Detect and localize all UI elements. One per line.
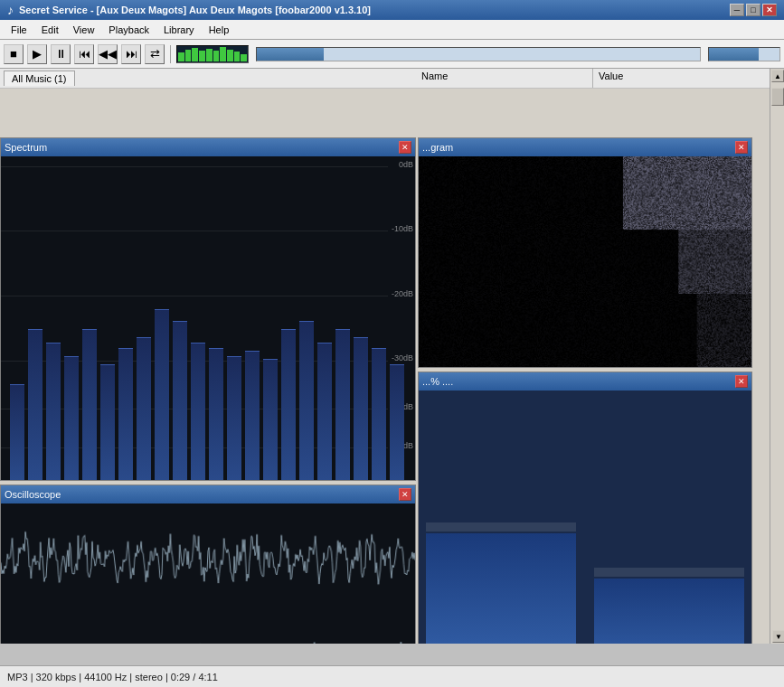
spectrum-bar-18 <box>335 329 350 480</box>
eq-bar-2 <box>185 50 192 61</box>
vu-right-channel <box>594 398 744 644</box>
menu-view[interactable]: View <box>66 23 102 37</box>
spectrum-bar-7 <box>137 337 151 480</box>
window-title: Secret Service - [Aux Deux Magots] Aux D… <box>19 5 371 15</box>
menu-library[interactable]: Library <box>156 23 202 37</box>
close-button[interactable]: ✕ <box>762 4 777 16</box>
spectrum-bar-15 <box>281 329 296 480</box>
spectrogram-title: ...gram <box>422 142 453 153</box>
eq-bar-10 <box>241 54 247 61</box>
spectrum-close-button[interactable]: ✕ <box>399 141 411 154</box>
play-button[interactable]: ▶ <box>27 44 47 64</box>
spectrogram-close-button[interactable]: ✕ <box>735 141 748 154</box>
vu-meter-close-button[interactable]: ✕ <box>735 375 748 388</box>
vu-left-bar <box>426 533 576 644</box>
pause-button[interactable]: ⏸ <box>51 44 71 64</box>
spectrum-bar-4 <box>82 329 97 480</box>
prev-prev-button[interactable]: ◀◀ <box>98 44 118 64</box>
playlist-tab[interactable]: All Music (1) <box>4 71 75 86</box>
vu-meter-body: -50dB -40dB -30dB -20dB -10dB 0dB <box>419 391 751 644</box>
vu-bars-area <box>419 391 751 644</box>
spectrum-bar-6 <box>118 348 133 480</box>
eq-bar-4 <box>199 51 205 61</box>
app-icon: ♪ <box>7 3 14 17</box>
minimize-button[interactable]: ─ <box>730 4 744 16</box>
spectrum-body: 0dB -10dB -20dB -30dB -40dB -50dB <box>1 156 415 480</box>
eq-bar-5 <box>206 49 213 61</box>
spectrum-bar-16 <box>299 321 314 480</box>
eq-bar-6 <box>213 51 220 61</box>
spectrum-bar-5 <box>100 364 115 480</box>
oscilloscope-titlebar[interactable]: Oscilloscope ✕ <box>1 485 415 503</box>
spectrum-bar-11 <box>209 348 223 480</box>
eq-bar-9 <box>234 52 241 61</box>
spectrum-bar-2 <box>46 343 61 480</box>
vu-right-bar <box>594 579 744 644</box>
status-bar: MP3 | 320 kbps | 44100 Hz | stereo | 0:2… <box>0 665 784 687</box>
menu-playback[interactable]: Playback <box>101 23 156 37</box>
props-col-headers: Name Value <box>416 69 770 89</box>
right-scrollbar[interactable]: ▲ ▼ <box>770 69 784 644</box>
toolbar: ■ ▶ ⏸ ⏮ ◀◀ ⏭ ⇄ <box>0 40 784 69</box>
oscilloscope-close-button[interactable]: ✕ <box>399 488 411 501</box>
menu-bar: File Edit View Playback Library Help <box>0 20 784 40</box>
equalizer-display <box>176 45 249 63</box>
label-0db: 0dB <box>399 160 413 169</box>
stop-button[interactable]: ■ <box>4 44 24 64</box>
label-10db: -10dB <box>392 224 413 233</box>
spectrum-bar-10 <box>191 343 205 480</box>
spectrum-bar-9 <box>173 321 187 480</box>
spectrum-bar-0 <box>10 384 24 481</box>
spectrum-bar-13 <box>245 351 260 480</box>
spectrogram-titlebar[interactable]: ...gram ✕ <box>419 138 751 156</box>
eq-bar-3 <box>192 48 198 61</box>
spectrogram-canvas <box>419 156 751 367</box>
label-30db: -30dB <box>392 353 413 362</box>
scrollbar-thumb[interactable] <box>771 88 784 106</box>
spectrogram-panel: ...gram ✕ <box>418 137 752 368</box>
oscilloscope-canvas <box>1 503 415 644</box>
oscilloscope-title: Oscilloscope <box>5 489 61 500</box>
next-button[interactable]: ⏭ <box>121 44 141 64</box>
seek-fill <box>257 48 324 61</box>
spectrum-bar-12 <box>227 356 241 480</box>
eq-bar-8 <box>227 50 233 61</box>
volume-fill <box>709 48 759 61</box>
main-area: All Music (1) Name Value Spectrum ✕ 0dB … <box>0 69 784 644</box>
oscilloscope-body <box>1 503 415 644</box>
volume-bar[interactable] <box>708 47 780 61</box>
menu-file[interactable]: File <box>4 23 34 37</box>
vu-left-channel <box>426 398 576 644</box>
title-bar: ♪ Secret Service - [Aux Deux Magots] Aux… <box>0 0 784 20</box>
spectrum-bar-3 <box>64 356 79 480</box>
vu-meter-titlebar[interactable]: ...% .... ✕ <box>419 372 751 391</box>
menu-help[interactable]: Help <box>202 23 237 37</box>
spectrum-title: Spectrum <box>5 142 47 153</box>
eq-bar-7 <box>220 47 226 61</box>
spectrum-bars <box>10 156 383 480</box>
vu-right-peak <box>594 568 744 577</box>
seek-bar[interactable] <box>256 47 701 61</box>
spectrum-bar-19 <box>354 337 368 480</box>
scrollbar-down-arrow[interactable]: ▼ <box>772 630 784 643</box>
spectrum-bar-1 <box>28 329 43 480</box>
col-value: Value <box>593 69 770 88</box>
spectrum-titlebar[interactable]: Spectrum ✕ <box>1 138 415 156</box>
spectrum-bar-8 <box>155 309 169 480</box>
label-20db: -20dB <box>392 289 413 298</box>
col-name: Name <box>416 69 593 88</box>
spectrum-bar-20 <box>372 348 386 480</box>
restore-button[interactable]: □ <box>746 4 760 16</box>
spectrum-bar-14 <box>263 359 278 480</box>
spectrum-bar-21 <box>390 364 404 480</box>
scrollbar-up-arrow[interactable]: ▲ <box>771 70 784 82</box>
prev-button[interactable]: ⏮ <box>74 44 94 64</box>
spectrogram-body <box>419 156 751 367</box>
playlist-tab-bar: All Music (1) <box>0 69 416 89</box>
menu-edit[interactable]: Edit <box>34 23 66 37</box>
vu-meter-panel: ...% .... ✕ -50dB -40dB -30dB <box>418 372 752 644</box>
spectrum-bar-17 <box>317 343 332 480</box>
spectrum-panel: Spectrum ✕ 0dB -10dB -20dB -30dB -40dB -… <box>0 137 416 481</box>
vu-left-peak <box>426 522 576 532</box>
shuffle-button[interactable]: ⇄ <box>145 44 165 64</box>
